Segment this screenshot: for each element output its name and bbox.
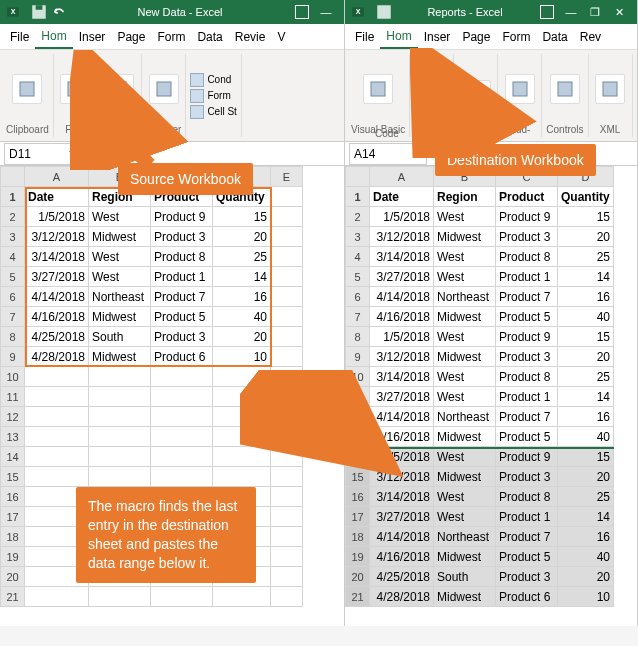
col-header-A[interactable]: A — [370, 167, 434, 187]
cell[interactable]: 4/25/2018 — [25, 327, 89, 347]
cell[interactable]: 3/14/2018 — [25, 247, 89, 267]
cell[interactable]: 4/14/2018 — [370, 287, 434, 307]
cell[interactable]: West — [434, 507, 496, 527]
ribbon-display-icon[interactable] — [535, 0, 559, 24]
header-cell[interactable]: Region — [434, 187, 496, 207]
cell[interactable] — [151, 507, 213, 527]
cell[interactable] — [89, 487, 151, 507]
cell[interactable]: 4/16/2018 — [25, 307, 89, 327]
cell[interactable]: 40 — [558, 307, 614, 327]
ribbon-button[interactable] — [595, 74, 625, 104]
select-all-corner[interactable] — [346, 167, 370, 187]
cell[interactable]: Product 8 — [496, 487, 558, 507]
cell[interactable]: West — [89, 207, 151, 227]
cell[interactable]: 14 — [558, 267, 614, 287]
cell[interactable] — [89, 567, 151, 587]
cell[interactable] — [151, 487, 213, 507]
ribbon-tab-inser[interactable]: Inser — [73, 26, 112, 48]
cell[interactable]: Product 1 — [496, 267, 558, 287]
cell[interactable] — [271, 207, 303, 227]
cell[interactable]: 16 — [558, 527, 614, 547]
cell[interactable]: West — [434, 327, 496, 347]
ribbon-button[interactable] — [104, 74, 134, 104]
row-header[interactable]: 19 — [1, 547, 25, 567]
row-header[interactable]: 4 — [1, 247, 25, 267]
cell[interactable]: 3/14/2018 — [370, 487, 434, 507]
row-header[interactable]: 5 — [1, 267, 25, 287]
cell[interactable] — [151, 387, 213, 407]
cell[interactable]: 3/12/2018 — [370, 227, 434, 247]
cell[interactable]: 40 — [558, 547, 614, 567]
cell[interactable]: West — [434, 207, 496, 227]
cell[interactable]: Product 3 — [496, 347, 558, 367]
cell[interactable] — [89, 367, 151, 387]
ribbon-item[interactable]: Form — [190, 89, 230, 103]
cell[interactable]: Midwest — [434, 307, 496, 327]
row-header[interactable]: 4 — [346, 247, 370, 267]
col-header-E[interactable]: E — [271, 167, 303, 187]
cell[interactable]: Northeast — [434, 407, 496, 427]
ribbon-tab-rev[interactable]: Rev — [574, 26, 607, 48]
cell[interactable]: 3/12/2018 — [370, 467, 434, 487]
cell[interactable] — [89, 467, 151, 487]
cell[interactable] — [151, 567, 213, 587]
close-button[interactable]: ✕ — [607, 0, 631, 24]
cell[interactable]: 3/27/2018 — [370, 387, 434, 407]
header-cell[interactable]: Quantity — [213, 187, 271, 207]
cell[interactable]: 3/27/2018 — [25, 267, 89, 287]
row-header[interactable]: 12 — [346, 407, 370, 427]
row-header[interactable]: 17 — [346, 507, 370, 527]
worksheet-grid[interactable]: ABCD1DateRegionProductQuantity21/5/2018W… — [345, 166, 614, 607]
cell[interactable]: Product 3 — [496, 467, 558, 487]
ribbon-tab-form[interactable]: Form — [151, 26, 191, 48]
cell[interactable] — [151, 527, 213, 547]
row-header[interactable]: 18 — [346, 527, 370, 547]
cell[interactable] — [25, 487, 89, 507]
cell[interactable] — [25, 407, 89, 427]
cell[interactable] — [25, 387, 89, 407]
cell[interactable] — [213, 447, 271, 467]
name-box[interactable]: A14 — [349, 143, 427, 165]
ribbon-item[interactable]: Cond — [190, 73, 231, 87]
ribbon-tab-hom[interactable]: Hom — [380, 25, 417, 49]
cell[interactable] — [271, 367, 303, 387]
cell[interactable]: Product 7 — [496, 407, 558, 427]
cell[interactable] — [271, 447, 303, 467]
cell[interactable]: South — [89, 327, 151, 347]
cell[interactable]: 4/16/2018 — [370, 307, 434, 327]
row-header[interactable]: 6 — [1, 287, 25, 307]
cell[interactable] — [25, 367, 89, 387]
cell[interactable]: Product 1 — [151, 267, 213, 287]
row-header[interactable]: 10 — [1, 367, 25, 387]
ribbon-button[interactable] — [363, 74, 393, 104]
cell[interactable]: Product 7 — [151, 287, 213, 307]
cell[interactable] — [271, 287, 303, 307]
col-header-C[interactable]: C — [151, 167, 213, 187]
cell[interactable] — [151, 427, 213, 447]
row-header[interactable]: 12 — [1, 407, 25, 427]
row-header[interactable]: 3 — [1, 227, 25, 247]
header-cell[interactable]: Date — [370, 187, 434, 207]
cell[interactable]: 14 — [213, 267, 271, 287]
name-box[interactable]: D11 — [4, 143, 82, 165]
cell[interactable]: 3/27/2018 — [370, 507, 434, 527]
cell[interactable]: Product 5 — [496, 547, 558, 567]
cell[interactable]: Product 1 — [496, 507, 558, 527]
cell[interactable] — [271, 587, 303, 607]
cell[interactable]: Product 6 — [151, 347, 213, 367]
cell[interactable]: 14 — [558, 387, 614, 407]
cell[interactable] — [25, 507, 89, 527]
cell[interactable]: 16 — [213, 287, 271, 307]
row-header[interactable]: 16 — [1, 487, 25, 507]
cell[interactable] — [89, 407, 151, 427]
row-header[interactable]: 1 — [1, 187, 25, 207]
cell[interactable] — [271, 527, 303, 547]
cell[interactable] — [213, 587, 271, 607]
cell[interactable] — [271, 507, 303, 527]
cell[interactable]: West — [434, 247, 496, 267]
cell[interactable] — [89, 587, 151, 607]
row-header[interactable]: 14 — [346, 447, 370, 467]
cell[interactable]: Midwest — [434, 547, 496, 567]
cell[interactable]: 25 — [558, 367, 614, 387]
restore-button[interactable]: ❐ — [583, 0, 607, 24]
